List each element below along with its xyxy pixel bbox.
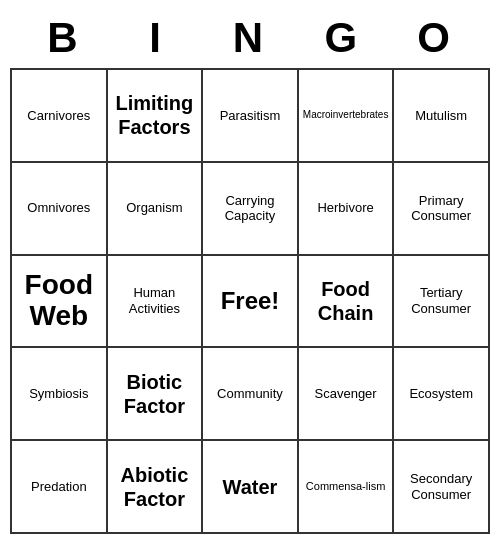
- cell-3-3: Scavenger: [299, 348, 395, 441]
- cell-0-2: Parasitism: [203, 70, 299, 163]
- cell-2-2-free: Free!: [203, 256, 299, 349]
- title-g: G: [296, 14, 389, 62]
- cell-3-0: Symbiosis: [12, 348, 108, 441]
- cell-1-4: Primary Consumer: [394, 163, 490, 256]
- bingo-grid: Carnivores Limiting Factors Parasitism M…: [10, 68, 490, 534]
- cell-2-3: Food Chain: [299, 256, 395, 349]
- cell-4-0: Predation: [12, 441, 108, 534]
- cell-4-2: Water: [203, 441, 299, 534]
- cell-3-1: Biotic Factor: [108, 348, 204, 441]
- cell-2-4: Tertiary Consumer: [394, 256, 490, 349]
- cell-4-1: Abiotic Factor: [108, 441, 204, 534]
- bingo-title: B I N G O: [10, 10, 490, 68]
- cell-1-2: Carrying Capacity: [203, 163, 299, 256]
- cell-1-1: Organism: [108, 163, 204, 256]
- title-o: O: [389, 14, 482, 62]
- cell-0-0: Carnivores: [12, 70, 108, 163]
- cell-3-2: Community: [203, 348, 299, 441]
- cell-0-4: Mutulism: [394, 70, 490, 163]
- cell-3-4: Ecosystem: [394, 348, 490, 441]
- title-n: N: [204, 14, 297, 62]
- cell-1-3: Herbivore: [299, 163, 395, 256]
- cell-4-4: Secondary Consumer: [394, 441, 490, 534]
- cell-2-1: Human Activities: [108, 256, 204, 349]
- title-b: B: [18, 14, 111, 62]
- cell-1-0: Omnivores: [12, 163, 108, 256]
- cell-2-0: Food Web: [12, 256, 108, 349]
- cell-0-1: Limiting Factors: [108, 70, 204, 163]
- cell-0-3: Macroinvertebrates: [299, 70, 395, 163]
- title-i: I: [111, 14, 204, 62]
- cell-4-3: Commensa-lism: [299, 441, 395, 534]
